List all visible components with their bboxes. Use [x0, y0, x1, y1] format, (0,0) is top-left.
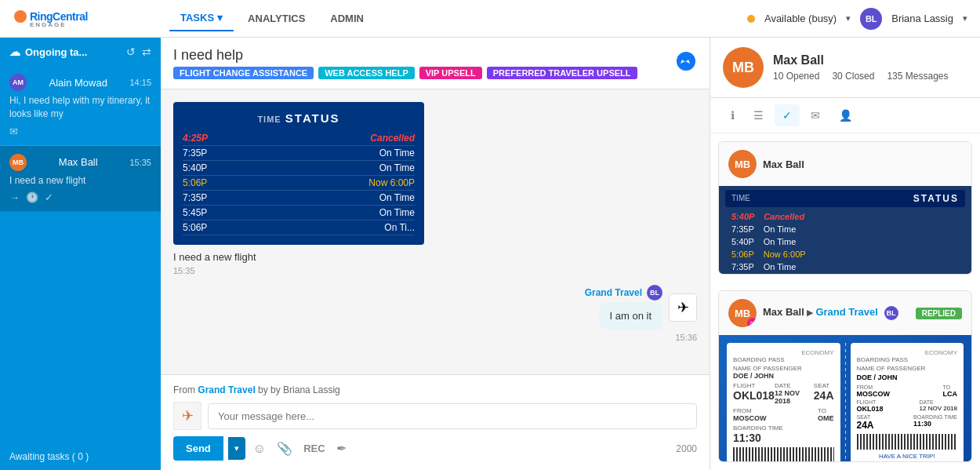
conv-actions: ✉: [9, 126, 151, 137]
stat-opened: 10 Opened: [773, 71, 819, 82]
incoming-time: 15:35: [173, 266, 697, 275]
flight-row: 5:06POn Ti...: [183, 220, 415, 235]
bp-divider: [845, 343, 846, 462]
avatar: BL: [860, 8, 882, 30]
flight-row: 5:06PNow 6:00P: [183, 176, 415, 191]
convo-user-name-1: Max Ball: [763, 158, 804, 170]
signature-icon[interactable]: ✒: [333, 438, 350, 459]
send-button[interactable]: Send: [173, 436, 223, 461]
right-panel-tabs: ℹ ☰ ✓ ✉ 👤: [710, 98, 980, 133]
convo-user-info-1: Max Ball: [763, 158, 804, 170]
convo-avatar-2: MB ✉: [728, 299, 757, 327]
emoji-icon[interactable]: ☺: [250, 439, 269, 459]
nav-analytics[interactable]: ANALYTICS: [237, 6, 316, 31]
stat-messages: 135 Messages: [887, 71, 948, 82]
convo-brand-link[interactable]: Grand Travel: [815, 306, 877, 318]
top-nav: RingCentral ENGAGE TASKS ▾ ANALYTICS ADM…: [0, 0, 980, 38]
convo-avatar-1: MB: [728, 150, 757, 178]
from-brand-link[interactable]: Grand Travel: [198, 384, 255, 395]
right-panel: MB Max Ball 10 Opened 30 Closed 135 Mess…: [710, 38, 980, 470]
conv-avatar: AM: [9, 74, 27, 91]
conversation-item[interactable]: AM Alain Mowad 14:15 Hi, I need help wit…: [0, 66, 161, 146]
right-panel-header: MB Max Ball 10 Opened 30 Closed 135 Mess…: [710, 38, 980, 98]
chat-messages: TIME STATUS 4:25PCancelled 7:35POn Time …: [161, 89, 710, 374]
convo-item-header-2: MB ✉ Max Ball ▶ Grand Travel BL REPLIED: [719, 291, 971, 335]
conversation-item-active[interactable]: MB Max Ball 15:35 I need a new flight → …: [0, 146, 161, 213]
tag-flight: FLIGHT CHANGE ASSISTANCE: [173, 67, 314, 79]
boarding-pass-left: ECONOMY BOARDING PASS NAME OF PASSENGER …: [727, 343, 840, 462]
tab-message[interactable]: ✉: [803, 104, 828, 126]
nav-tasks[interactable]: TASKS ▾: [169, 5, 234, 31]
tag-web: WEB ACCESS HELP: [318, 67, 415, 79]
barcode-right: [857, 434, 958, 450]
send-dropdown-button[interactable]: ▾: [228, 437, 245, 460]
status-label[interactable]: Available (busy): [764, 13, 837, 24]
logo-area: RingCentral ENGAGE: [13, 5, 169, 31]
svg-text:MB: MB: [735, 308, 750, 319]
conv-actions: → 🕐 ✓: [9, 191, 151, 203]
right-user-name: Max Ball: [773, 53, 967, 67]
main-layout: ☁ Ongoing ta... ↺ ⇄ AM Alain Mowad 14:15…: [0, 38, 980, 470]
convo-item-2: MB ✉ Max Ball ▶ Grand Travel BL REPLIED: [718, 290, 972, 462]
chevron-down-icon-user[interactable]: ▾: [963, 13, 967, 24]
outgoing-message: Grand Travel BL I am on it ✈ 15:36: [173, 285, 697, 342]
sidebar-icons: ↺ ⇄: [126, 46, 151, 58]
tab-person[interactable]: 👤: [831, 104, 860, 126]
conv-preview: Hi, I need help with my itinerary, it lo…: [9, 94, 151, 121]
flight-board-header: TIME STATUS: [183, 111, 415, 125]
replied-badge: REPLIED: [916, 308, 962, 319]
user-name[interactable]: Briana Lassig: [891, 13, 953, 24]
from-by: by: [258, 384, 270, 395]
tab-check[interactable]: ✓: [775, 104, 800, 126]
convo-user-info-2: Max Ball ▶ Grand Travel BL: [763, 306, 909, 320]
right-stats: 10 Opened 30 Closed 135 Messages: [773, 71, 967, 82]
flight-board: TIME STATUS 4:25PCancelled 7:35POn Time …: [173, 102, 424, 245]
outgoing-bubble: I am on it: [599, 302, 662, 330]
tab-list[interactable]: ☰: [746, 104, 771, 126]
rich-text-icon[interactable]: REC: [300, 439, 328, 457]
messenger-icon: [675, 50, 697, 77]
incoming-message-image: TIME STATUS 4:25PCancelled 7:35POn Time …: [173, 102, 697, 275]
history-icon[interactable]: ↺: [126, 46, 136, 58]
tab-info[interactable]: ℹ: [723, 104, 742, 126]
svg-text:MB: MB: [735, 158, 750, 170]
main-nav: TASKS ▾ ANALYTICS ADMIN: [169, 5, 747, 31]
conv-time: 15:35: [129, 158, 151, 167]
convo-flight-image: TIME STATUS 5:40P Cancelled 7:35P On Tim…: [719, 186, 971, 275]
chat-header-left: I need help FLIGHT CHANGE ASSISTANCE WEB…: [173, 47, 637, 79]
barcode: [733, 447, 834, 462]
nav-right: Available (busy) ▾ BL Briana Lassig ▾: [747, 8, 967, 30]
nav-admin[interactable]: ADMIN: [319, 6, 375, 31]
incoming-text: I need a new flight: [173, 251, 697, 263]
right-avatar: MB: [723, 47, 764, 88]
clock-icon[interactable]: 🕐: [26, 191, 38, 203]
bp-passenger-row: NAME OF PASSENGER DOE / JOHN: [733, 365, 834, 380]
flight-row: 7:35POn Time: [183, 146, 415, 161]
conv-preview: I need a new flight: [9, 174, 151, 188]
outgoing-text: I am on it: [610, 310, 652, 322]
sidebar-title: ☁ Ongoing ta...: [9, 46, 87, 58]
chat-title: I need help: [173, 47, 637, 64]
chat-header: I need help FLIGHT CHANGE ASSISTANCE WEB…: [161, 38, 710, 89]
message-input[interactable]: [208, 403, 697, 429]
right-user-info: Max Ball 10 Opened 30 Closed 135 Message…: [773, 53, 967, 82]
conv-name: Max Ball: [59, 156, 98, 168]
from-user: by Briana Lassig: [270, 384, 340, 395]
chat-area: I need help FLIGHT CHANGE ASSISTANCE WEB…: [161, 38, 710, 470]
boarding-pass: ECONOMY BOARDING PASS NAME OF PASSENGER …: [719, 335, 971, 462]
check-icon[interactable]: ✓: [45, 191, 53, 203]
email-icon[interactable]: ✉: [9, 126, 18, 137]
conversation-list: AM Alain Mowad 14:15 Hi, I need help wit…: [0, 66, 161, 443]
flight-row: 4:25PCancelled: [183, 131, 415, 146]
chevron-down-icon: ▾: [217, 12, 223, 24]
boarding-pass-right: ECONOMY BOARDING PASS NAME OF PASSENGER …: [851, 343, 964, 462]
svg-text:MB: MB: [732, 60, 754, 75]
chevron-down-icon-status[interactable]: ▾: [846, 13, 851, 24]
chat-input-area: From Grand Travel by by Briana Lassig ✈ …: [161, 374, 710, 470]
filter-icon[interactable]: ⇄: [142, 46, 151, 58]
forward-icon[interactable]: →: [9, 191, 20, 203]
outgoing-sender: Grand Travel: [585, 287, 642, 298]
attach-icon[interactable]: 📎: [274, 438, 296, 459]
svg-text:ENGAGE: ENGAGE: [30, 21, 67, 27]
conv-avatar: MB: [9, 154, 27, 171]
